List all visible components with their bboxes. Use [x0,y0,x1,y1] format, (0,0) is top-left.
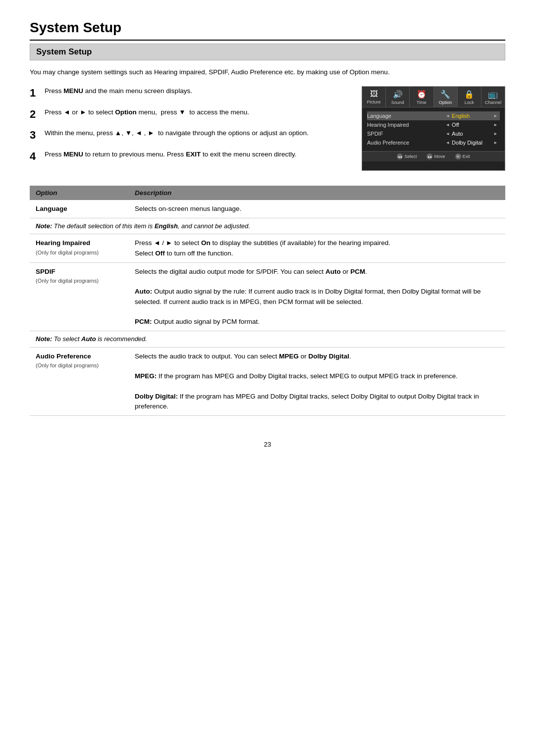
tab-sound-label: Sound [391,100,404,105]
tab-option[interactable]: 🔧 Option [434,87,458,107]
channel-icon: 📺 [488,90,498,99]
option-audio-pref-name: Audio Preference [36,352,123,361]
language-label: Language [367,113,443,119]
step-3-text: Within the menu, press ▲, ▼, ◄ , ► to na… [45,128,309,138]
left-arrow-audio: ◄ [445,140,450,145]
col-description-header: Description [129,186,505,200]
hearing-value: Off [452,122,491,128]
tab-lock[interactable]: 🔒 Lock [458,87,482,107]
table-row: SPDIF (Only for digital programs) Select… [30,262,505,331]
option-hearing: Hearing Impaired (Only for digital progr… [30,234,129,263]
intro-text: You may change system settings such as H… [30,67,505,77]
select-circle-icon: ●● [397,153,403,159]
hearing-label: Hearing Impaired [367,122,443,128]
col-option-header: Option [30,186,129,200]
note-language: Note: The default selection of this item… [30,218,505,234]
option-audio-pref-sub: (Only for digital programs) [36,361,123,370]
step-4-number: 4 [30,150,40,164]
tab-picture[interactable]: 🖼 Picture [362,87,386,107]
picture-icon: 🖼 [370,90,378,99]
menu-row-spdif: SPDIF ◄ Auto ► [367,129,500,138]
time-icon: ⏰ [417,90,427,99]
audio-pref-label: Audio Preference [367,140,443,146]
table-row-note-spdif: Note: To select Auto is recommended. [30,331,505,348]
option-language-name: Language [36,205,67,212]
step-4: 4 Press MENU to return to previous menu.… [30,150,347,164]
move-circle-icon: ●● [427,153,432,159]
option-spdif-sub: (Only for digital programs) [36,277,123,285]
step-1-text: Press MENU and the main menu screen disp… [45,86,192,96]
table-row: Audio Preference (Only for digital progr… [30,347,505,416]
exit-circle-icon: M [455,153,461,159]
menu-panel: 🖼 Picture 🔊 Sound ⏰ Time 🔧 Option 🔒 Lock… [362,86,505,170]
table-header-row: Option Description [30,186,505,200]
description-spdif: Selects the digital audio output mode fo… [129,262,505,331]
step-3: 3 Within the menu, press ▲, ▼, ◄ , ► to … [30,128,347,143]
menu-row-audio-pref: Audio Preference ◄ Dolby Digital ► [367,138,500,147]
table-row: Language Selects on-screen menus languag… [30,200,505,218]
menu-tabs: 🖼 Picture 🔊 Sound ⏰ Time 🔧 Option 🔒 Lock… [362,87,505,107]
menu-row-language: Language ◄ English ► [367,111,500,120]
option-hearing-name: Hearing Impaired [36,238,123,248]
table-row-note-language: Note: The default selection of this item… [30,218,505,234]
audio-pref-value: Dolby Digital [452,140,491,146]
left-arrow-hearing: ◄ [445,122,450,127]
left-arrow-spdif: ◄ [445,131,450,136]
page-title: System Setup [30,20,505,41]
steps-list: 1 Press MENU and the main menu screen di… [30,86,347,170]
step-2-number: 2 [30,107,40,122]
right-arrow-hearing: ► [493,122,498,127]
description-hearing: Press ◄ / ► to select On to display the … [129,234,505,263]
tab-channel-label: Channel [485,100,502,105]
table-row: Hearing Impaired (Only for digital progr… [30,234,505,263]
spdif-value: Auto [452,131,491,137]
footer-move: ●● Move [427,153,445,159]
option-icon: 🔧 [440,90,450,99]
menu-row-hearing: Hearing Impaired ◄ Off ► [367,120,500,129]
tab-sound[interactable]: 🔊 Sound [386,87,410,107]
lock-icon: 🔒 [464,90,474,99]
tab-time[interactable]: ⏰ Time [410,87,433,107]
step-2-text: Press ◄ or ► to select Option menu, pres… [45,107,249,117]
language-value: English [452,113,491,119]
tab-option-label: Option [439,100,452,105]
step-2: 2 Press ◄ or ► to select Option menu, pr… [30,107,347,122]
steps-container: 1 Press MENU and the main menu screen di… [30,86,505,170]
footer-select: ●● Select [397,153,417,159]
step-1-number: 1 [30,86,40,101]
tab-channel[interactable]: 📺 Channel [482,87,505,107]
option-language: Language [30,200,129,218]
option-spdif-name: SPDIF [36,267,123,277]
option-audio-pref: Audio Preference (Only for digital progr… [30,347,129,416]
right-arrow-audio: ► [493,140,498,145]
spdif-label: SPDIF [367,131,443,137]
footer-select-label: Select [404,154,417,159]
menu-body: Language ◄ English ► Hearing Impaired ◄ … [362,107,505,151]
options-table: Option Description Language Selects on-s… [30,186,505,416]
footer-exit: M Exit [455,153,470,159]
section-header: System Setup [30,44,505,60]
description-audio-pref: Selects the audio track to output. You c… [129,347,505,416]
option-spdif: SPDIF (Only for digital programs) [30,262,129,331]
option-hearing-sub: (Only for digital programs) [36,249,123,257]
description-language: Selects on-screen menus language. [129,200,505,218]
step-4-text: Press MENU to return to previous menu. P… [45,150,296,159]
step-1: 1 Press MENU and the main menu screen di… [30,86,347,101]
sound-icon: 🔊 [393,90,403,99]
menu-footer: ●● Select ●● Move M Exit [362,151,505,161]
tab-lock-label: Lock [465,100,474,105]
tab-picture-label: Picture [367,100,381,104]
left-arrow-language: ◄ [445,113,450,118]
right-arrow-language: ► [493,113,498,118]
footer-move-label: Move [434,154,445,159]
footer-exit-label: Exit [463,154,470,159]
note-spdif: Note: To select Auto is recommended. [30,331,505,348]
page-number: 23 [30,441,505,448]
right-arrow-spdif: ► [493,131,498,136]
tab-time-label: Time [417,100,427,105]
step-3-number: 3 [30,128,40,143]
